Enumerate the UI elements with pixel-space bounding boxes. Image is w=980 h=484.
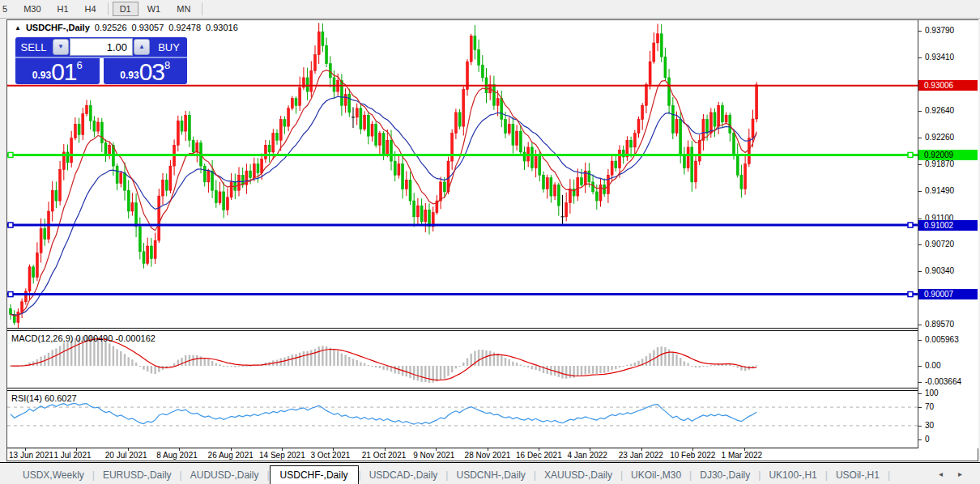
macd-axis-label: -0.003664: [925, 377, 961, 387]
buy-price-pip: 8: [164, 59, 170, 71]
rsi-axis-tick: [918, 407, 922, 408]
price-line-label: 0.93006: [918, 80, 978, 91]
symbol-period-label: USDCHF-,Daily: [26, 23, 90, 32]
volume-decrease-icon[interactable]: ▼: [53, 39, 69, 55]
date-axis-label: 4 Jan 2022: [567, 451, 607, 460]
timeframe-button-mn[interactable]: MN: [169, 2, 198, 16]
price-line-label: 0.92009: [918, 150, 978, 160]
price-axis-tick: [918, 244, 922, 245]
chart-tab-audusd-daily[interactable]: AUDUSD-,Daily: [182, 466, 267, 484]
date-axis-label: 20 Jul 2021: [105, 451, 147, 460]
price-axis-tick-label: 0.91490: [925, 186, 954, 196]
price-line-label: 0.90007: [918, 289, 978, 299]
date-axis-label: 1 Jul 2021: [53, 451, 91, 460]
date-axis-label: 1 Mar 2022: [722, 451, 763, 460]
date-axis-label: 21 Oct 2021: [362, 451, 406, 460]
rsi-indicator-label: RSI(14) 60.6027: [11, 393, 77, 403]
date-axis-label: 28 Nov 2021: [465, 451, 511, 460]
date-axis-label: 13 Jun 2021: [9, 451, 53, 460]
tab-separator: |: [888, 466, 890, 484]
rsi-axis-label: 100: [925, 388, 939, 398]
rsi-axis-tick: [918, 426, 922, 427]
buy-button[interactable]: BUY: [151, 40, 187, 54]
chart-tab-usdchf-daily[interactable]: USDCHF-,Daily: [270, 465, 359, 484]
ohlc-open: 0.92526: [95, 23, 127, 32]
ohlc-low: 0.92478: [168, 23, 201, 32]
volume-input[interactable]: [70, 38, 133, 56]
ohlc-close: 0.93016: [206, 23, 238, 32]
rsi-axis-label: 0: [925, 435, 930, 444]
sell-button[interactable]: SELL: [15, 40, 52, 54]
rsi-axis-tick: [918, 439, 922, 440]
one-click-trade-panel: SELL ▼ ▲ BUY 0.93016 0.93038: [15, 37, 187, 84]
chart-tab-usdcnh-daily[interactable]: USDCNH-,Daily: [448, 466, 533, 484]
date-axis-label: 16 Dec 2021: [516, 451, 562, 460]
chart-title: ▲ USDCHF-,Daily 0.92526 0.93057 0.92478 …: [15, 23, 238, 32]
price-axis-tick-label: 0.93790: [925, 26, 954, 36]
toolbar-separator: [202, 2, 202, 15]
price-axis-tick: [918, 111, 922, 112]
date-axis-label: 8 Aug 2021: [156, 451, 198, 460]
macd-axis-tick: [918, 382, 922, 383]
chart-tab-eurusd-daily[interactable]: EURUSD-,Daily: [95, 466, 180, 484]
rsi-pane: [7, 391, 918, 448]
collapse-chart-icon[interactable]: ▲: [15, 24, 21, 32]
timeframe-button-m30[interactable]: M30: [16, 2, 48, 16]
sell-price-prefix: 0.93: [32, 70, 51, 81]
price-axis-tick: [918, 138, 922, 138]
price-axis-tick: [918, 164, 922, 165]
buy-price-big: 03: [139, 61, 164, 83]
timeframe-button-w1[interactable]: W1: [140, 2, 168, 16]
app-window: 5M30H1H4D1W1MN 0.937900.934100.926400.92…: [0, 0, 980, 484]
sell-price-pip: 6: [77, 59, 83, 71]
price-axis-tick: [918, 31, 922, 32]
price-axis-tick-label: 0.90340: [925, 266, 954, 276]
chart-tab-usdcad-daily[interactable]: USDCAD-,Daily: [361, 466, 446, 484]
price-axis-tick-label: 0.89570: [925, 320, 954, 329]
timeframe-button-h4[interactable]: H4: [78, 2, 104, 16]
price-axis-tick-label: 0.92260: [925, 133, 954, 142]
date-axis: 13 Jun 20211 Jul 202120 Jul 20218 Aug 20…: [7, 448, 978, 461]
tab-scroll-right-icon[interactable]: ▸: [953, 469, 967, 479]
rsi-axis-tick: [918, 393, 922, 394]
date-axis-label: 3 Oct 2021: [310, 451, 350, 460]
macd-axis-tick: [918, 366, 922, 367]
timeframe-button-h1[interactable]: H1: [50, 2, 76, 16]
chart-window: 0.937900.934100.926400.922600.918700.914…: [6, 19, 978, 461]
date-axis-label: 14 Sep 2021: [259, 451, 305, 460]
sell-price-button[interactable]: 0.93016: [15, 58, 100, 84]
date-axis-label: 26 Aug 2021: [208, 451, 254, 460]
price-axis-tick: [918, 191, 922, 192]
chart-tab-uk100-h1[interactable]: UK100-,H1: [761, 466, 824, 484]
price-axis-tick: [918, 325, 922, 325]
price-axis-tick-label: 0.93410: [925, 53, 954, 62]
toolbar-separator: [108, 2, 109, 15]
buy-price-button[interactable]: 0.93038: [104, 58, 188, 84]
trade-panel-top-row: SELL ▼ ▲ BUY: [15, 37, 187, 58]
ohlc-high: 0.93057: [132, 23, 164, 32]
price-axis-tick-label: 0.92640: [925, 106, 954, 116]
chart-tab-usdx-weekly[interactable]: USDX,Weekly: [15, 466, 92, 484]
price-axis-tick: [918, 57, 922, 58]
buy-price-prefix: 0.93: [120, 70, 138, 81]
macd-axis-label: 0.00: [925, 361, 940, 371]
chart-tab-dj30-daily[interactable]: DJ30-,Daily: [692, 466, 758, 484]
macd-axis-label: 0.005963: [925, 335, 959, 345]
price-axis-tick: [918, 219, 922, 219]
sell-price-big: 01: [51, 61, 76, 83]
volume-increase-icon[interactable]: ▲: [134, 39, 150, 55]
date-axis-label: 9 Nov 2021: [413, 451, 454, 460]
chart-tabs: USDX,Weekly|EURUSD-,Daily|AUDUSD-,Daily|…: [0, 462, 980, 484]
tab-scroll-left-icon[interactable]: ◂: [934, 469, 948, 479]
date-axis-label: 10 Feb 2022: [670, 451, 715, 460]
price-axis: 0.937900.934100.926400.922600.918700.914…: [918, 20, 978, 448]
rsi-axis-label: 30: [925, 421, 934, 431]
price-axis-tick: [918, 271, 922, 272]
macd-indicator-label: MACD(12,26,9) 0.000490 -0.000162: [11, 333, 156, 343]
chart-tab-xauusd-daily[interactable]: XAUUSD-,Daily: [536, 466, 620, 484]
trade-panel-price-row: 0.93016 0.93038: [15, 58, 187, 84]
timeframe-button-d1[interactable]: D1: [113, 2, 138, 16]
chart-tab-usoil-h1[interactable]: USOil-,H1: [828, 466, 888, 484]
chart-tab-ukoil-m30[interactable]: UKOil-,M30: [623, 466, 689, 484]
timeframe-button-5[interactable]: 5: [1, 2, 15, 16]
